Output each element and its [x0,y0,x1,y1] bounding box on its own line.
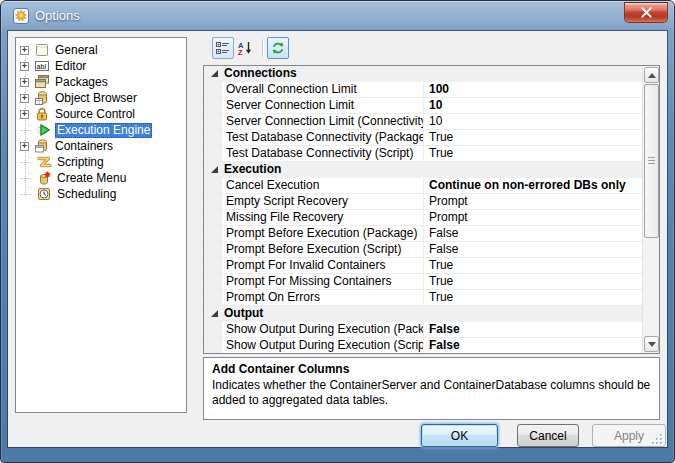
lock-icon [34,106,50,122]
tree-item-object-browser[interactable]: Object Browser [16,90,186,106]
tree-expander[interactable] [20,110,29,119]
category-label: Execution [224,162,281,177]
row-gutter [204,274,222,289]
category-collapse-icon[interactable] [210,165,219,174]
property-value[interactable]: False [423,338,642,353]
property-row[interactable]: Prompt For Invalid ContainersTrue [204,258,642,274]
property-name: Overall Connection Limit [222,82,423,97]
property-row[interactable]: Overall Connection Limit100 [204,82,642,98]
property-row[interactable]: Server Connection Limit10 [204,98,642,114]
property-value[interactable]: True [423,258,642,273]
row-gutter [204,194,222,209]
property-value[interactable]: False [423,322,642,337]
tree-items: General abl Editor Packages Object Brows… [16,42,186,202]
close-icon [640,7,653,18]
property-name: Server Connection Limit (Connectivity) [222,114,423,129]
property-row[interactable]: Test Database Connectivity (Package)True [204,130,642,146]
resize-grip[interactable] [652,432,664,444]
scroll-thumb[interactable] [644,84,659,238]
property-row[interactable]: Server Connection Limit (Connectivity)10 [204,114,642,130]
property-grid-rows: ConnectionsOverall Connection Limit100Se… [204,66,642,354]
close-button[interactable] [624,2,668,23]
property-value[interactable]: False [423,242,642,257]
property-value[interactable]: True [423,146,642,161]
property-row[interactable]: Prompt Before Execution (Script)False [204,242,642,258]
property-value[interactable]: 100 [423,82,642,97]
property-value[interactable]: Prompt [423,210,642,225]
titlebar[interactable]: Options [1,1,674,31]
tree-item-execution-engine[interactable]: Execution Engine [16,122,186,138]
tree-expander[interactable] [20,142,29,151]
tree-item-create-menu[interactable]: Create Menu [16,170,186,186]
property-value[interactable]: 10 [423,114,642,129]
toolbar-button-categorized[interactable] [212,37,234,59]
category-row[interactable]: Output [204,306,642,322]
scroll-down-button[interactable] [644,336,659,352]
toolbar-separator [262,39,263,57]
row-gutter [204,82,222,97]
property-name: Show Output During Execution (Package) [222,322,423,337]
row-gutter [204,226,222,241]
svg-text:Z: Z [238,48,243,56]
property-name: Empty Script Recovery [222,194,423,209]
packages-icon [34,74,50,90]
tree-expander[interactable] [20,94,29,103]
tree-item-scripting[interactable]: Scripting [16,154,186,170]
property-row[interactable]: Prompt On ErrorsTrue [204,290,642,306]
property-name: Prompt On Errors [222,290,423,305]
tree-expander[interactable] [20,130,31,131]
property-name: Prompt For Invalid Containers [222,258,423,273]
property-row[interactable]: Show Output During Execution (Package)Fa… [204,322,642,338]
tree-expander[interactable] [20,162,31,163]
toolbar-button-sort-alphabetical[interactable]: AZ [234,37,256,59]
tree-item-general[interactable]: General [16,42,186,58]
property-row[interactable]: Cancel ExecutionContinue on non-errored … [204,178,642,194]
tree-expander[interactable] [20,46,29,55]
cancel-button[interactable]: Cancel [517,424,579,447]
row-gutter [204,130,222,145]
options-dialog: Options General abl Editor [0,0,675,463]
category-collapse-icon[interactable] [210,309,219,318]
tree-expander[interactable] [20,62,29,71]
tree-item-editor[interactable]: abl Editor [16,58,186,74]
vertical-scrollbar[interactable] [642,66,659,353]
tree-item-source-control[interactable]: Source Control [16,106,186,122]
property-row[interactable]: Show Output During Execution (Script)Fal… [204,338,642,354]
property-row[interactable]: Test Database Connectivity (Script)True [204,146,642,162]
property-name: Server Connection Limit [222,98,423,113]
tree-expander[interactable] [20,178,31,179]
tree-expander[interactable] [20,78,29,87]
property-name: Test Database Connectivity (Package) [222,130,423,145]
property-value[interactable]: 10 [423,98,642,113]
category-row[interactable]: Connections [204,66,642,82]
property-value[interactable]: True [423,274,642,289]
category-collapse-icon[interactable] [210,69,219,78]
play-icon [36,122,52,138]
property-value[interactable]: Prompt [423,194,642,209]
row-gutter [204,98,222,113]
ok-button[interactable]: OK [421,424,498,447]
refresh-icon [270,40,286,56]
tree-item-containers[interactable]: Containers [16,138,186,154]
property-row[interactable]: Prompt For Missing ContainersTrue [204,274,642,290]
toolbar-buttons: AZ [212,37,289,59]
property-value[interactable]: Continue on non-errored DBs only [423,178,642,193]
property-name: Missing File Recovery [222,210,423,225]
property-value[interactable]: False [423,226,642,241]
scroll-up-button[interactable] [644,67,659,83]
property-value[interactable]: True [423,130,642,145]
clock-icon [36,186,52,202]
property-row[interactable]: Prompt Before Execution (Package)False [204,226,642,242]
category-row[interactable]: Execution [204,162,642,178]
property-row[interactable]: Empty Script RecoveryPrompt [204,194,642,210]
tree-item-packages[interactable]: Packages [16,74,186,90]
property-row[interactable]: Missing File RecoveryPrompt [204,210,642,226]
property-value[interactable]: True [423,290,642,305]
sort-az-icon: AZ [237,40,253,56]
tree-item-scheduling[interactable]: Scheduling [16,186,186,202]
options-tree: General abl Editor Packages Object Brows… [15,37,187,413]
row-gutter [204,322,222,337]
description-title: Add Container Columns [212,362,651,377]
toolbar-button-refresh[interactable] [267,37,289,59]
tree-expander[interactable] [20,194,31,195]
